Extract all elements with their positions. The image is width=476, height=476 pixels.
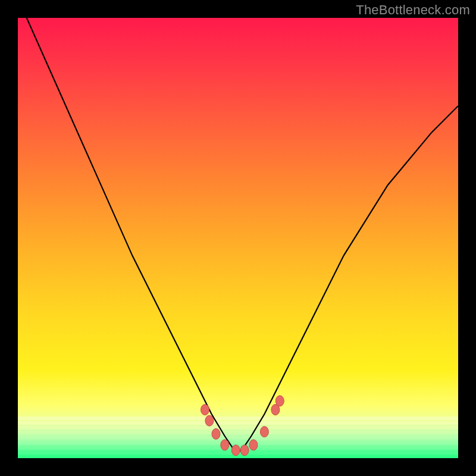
curve-marker	[231, 445, 240, 456]
plot-svg	[18, 18, 458, 458]
curve-marker	[249, 440, 258, 450]
curve-markers	[201, 396, 284, 456]
bottleneck-curve	[27, 18, 458, 452]
curve-marker	[240, 445, 249, 456]
curve-marker	[212, 428, 220, 439]
watermark-text: TheBottleneck.com	[356, 2, 470, 18]
curve-marker	[201, 405, 209, 415]
chart-frame: TheBottleneck.com	[0, 0, 476, 476]
curve-marker	[275, 396, 284, 406]
curve-marker	[260, 427, 268, 437]
curve-marker	[205, 415, 214, 426]
curve-marker	[221, 440, 229, 450]
